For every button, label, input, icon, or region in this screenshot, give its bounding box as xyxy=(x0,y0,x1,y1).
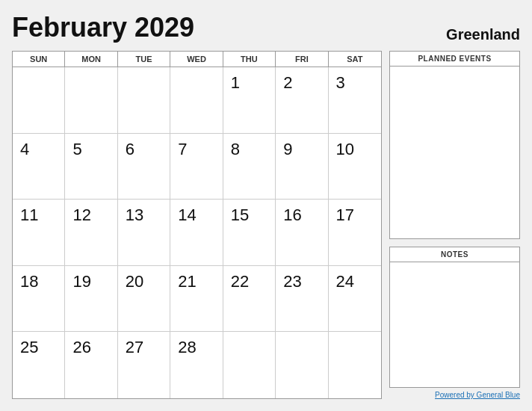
calendar-cell-26: 26 xyxy=(65,332,117,398)
calendar-cell-9: 9 xyxy=(276,134,328,200)
calendar-cell-14: 14 xyxy=(170,200,223,266)
calendar-cell xyxy=(118,67,170,134)
planned-events-box: PLANNED EVENTS xyxy=(389,51,520,239)
day-header-sun: SUN xyxy=(13,52,65,67)
calendar: SUN MON TUE WED THU FRI SAT 1 2 3 4 5 6 … xyxy=(12,51,382,399)
calendar-cell-13: 13 xyxy=(118,200,170,266)
powered-by: Powered by General Blue xyxy=(389,391,520,399)
day-header-sat: SAT xyxy=(329,52,381,67)
calendar-cell-11: 11 xyxy=(13,200,65,266)
calendar-cell-15: 15 xyxy=(223,200,276,266)
calendar-cell xyxy=(65,67,117,134)
day-header-mon: MON xyxy=(65,52,117,67)
planned-events-content xyxy=(390,67,519,238)
calendar-cell-10: 10 xyxy=(329,134,381,200)
right-section: PLANNED EVENTS NOTES Powered by General … xyxy=(389,51,520,399)
calendar-grid: 1 2 3 4 5 6 7 8 9 10 11 12 13 14 15 16 1… xyxy=(13,67,381,398)
calendar-cell-4: 4 xyxy=(13,134,65,200)
notes-label: NOTES xyxy=(390,247,519,262)
day-headers: SUN MON TUE WED THU FRI SAT xyxy=(13,52,381,67)
region-title: Greenland xyxy=(446,26,520,43)
calendar-cell-3: 3 xyxy=(329,67,381,134)
calendar-cell-21: 21 xyxy=(170,266,223,333)
calendar-cell-2: 2 xyxy=(276,67,328,134)
calendar-cell-27: 27 xyxy=(118,332,170,398)
calendar-cell-20: 20 xyxy=(118,266,170,333)
calendar-cell-17: 17 xyxy=(329,200,381,266)
calendar-cell-7: 7 xyxy=(170,134,223,200)
calendar-cell-23: 23 xyxy=(276,266,328,333)
calendar-cell-25: 25 xyxy=(13,332,65,398)
day-header-wed: WED xyxy=(170,52,223,67)
calendar-cell-6: 6 xyxy=(118,134,170,200)
calendar-cell xyxy=(329,332,381,398)
month-year-title: February 2029 xyxy=(12,12,194,43)
calendar-cell-18: 18 xyxy=(13,266,65,333)
day-header-thu: THU xyxy=(223,52,276,67)
powered-by-link[interactable]: Powered by General Blue xyxy=(435,391,520,399)
notes-content xyxy=(390,262,519,387)
calendar-cell xyxy=(223,332,276,398)
calendar-cell-16: 16 xyxy=(276,200,328,266)
planned-events-label: PLANNED EVENTS xyxy=(390,52,519,67)
calendar-cell-5: 5 xyxy=(65,134,117,200)
calendar-cell-28: 28 xyxy=(170,332,223,398)
calendar-cell-1: 1 xyxy=(223,67,276,134)
calendar-cell-8: 8 xyxy=(223,134,276,200)
day-header-fri: FRI xyxy=(276,52,328,67)
calendar-cell-22: 22 xyxy=(223,266,276,333)
calendar-cell-24: 24 xyxy=(329,266,381,333)
day-header-tue: TUE xyxy=(118,52,170,67)
calendar-cell xyxy=(13,67,65,134)
notes-box: NOTES xyxy=(389,247,520,388)
calendar-cell xyxy=(276,332,328,398)
calendar-cell-19: 19 xyxy=(65,266,117,333)
calendar-cell xyxy=(170,67,223,134)
calendar-cell-12: 12 xyxy=(65,200,117,266)
